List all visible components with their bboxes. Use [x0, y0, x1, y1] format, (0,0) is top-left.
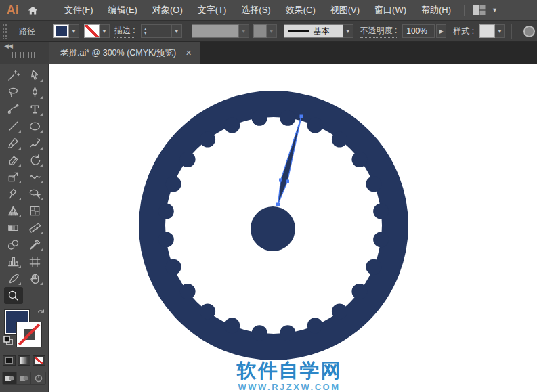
stroke-weight-dropdown[interactable]: ▼: [172, 24, 182, 38]
style-swatch[interactable]: [479, 24, 495, 38]
color-button[interactable]: [3, 355, 16, 366]
document-tab[interactable]: 老挝.ai* @ 300% (CMYK/预览) ✕: [49, 42, 200, 64]
gradient-button[interactable]: [18, 355, 30, 366]
menu-item-8[interactable]: 窗口(W): [367, 0, 414, 20]
color-mode-buttons: [3, 355, 45, 366]
clock-tick-bump: [332, 132, 347, 148]
gradient-tool[interactable]: [4, 219, 23, 236]
home-icon[interactable]: [27, 5, 39, 16]
magic-wand-tool[interactable]: [4, 67, 23, 84]
tool-grid: [4, 67, 45, 304]
clock-artwork[interactable]: [49, 64, 537, 392]
menu-item-6[interactable]: 效果(C): [278, 0, 323, 20]
rotate-tool[interactable]: [26, 152, 45, 169]
width-tool[interactable]: [26, 169, 45, 186]
clock-needle-path[interactable]: [278, 116, 302, 204]
menu-item-9[interactable]: 帮助(H): [414, 0, 458, 20]
brush-definition-field[interactable]: 基本: [284, 24, 343, 38]
clock-tick-bump: [158, 204, 174, 219]
stroke-color-dropdown[interactable]: ▼: [100, 24, 110, 38]
clock-tick-bump: [158, 232, 174, 247]
clock-tick-bump: [200, 303, 215, 319]
stroke-weight-label[interactable]: 描边 :: [114, 25, 135, 38]
clock-tick-bump: [200, 132, 215, 148]
control-bar: 路径 ▼ ▼ 描边 : ▲▼ ▼ ▼ ▼ 基本 ▼ 不透明度 : 100% ▶ …: [0, 20, 537, 42]
perspective-grid-tool[interactable]: [4, 202, 23, 219]
workspace-switcher-button[interactable]: ▼: [473, 5, 498, 16]
panel-grip[interactable]: [2, 24, 8, 39]
width-profile-preview: [192, 24, 239, 38]
default-fill-stroke-icon[interactable]: [3, 336, 14, 349]
clock-hub[interactable]: [251, 206, 295, 251]
mesh-tool[interactable]: [26, 202, 45, 219]
lasso-tool[interactable]: [4, 84, 23, 101]
menu-item-7[interactable]: 视图(V): [323, 0, 367, 20]
clock-tick-bump: [280, 325, 295, 341]
artboard-canvas[interactable]: 软件自学网 WWW.RJZXW.COM: [49, 64, 537, 392]
toolbar-grip[interactable]: [12, 52, 38, 58]
brush-name: 基本: [314, 26, 330, 37]
menu-bar: Ai 文件(F)编辑(E)对象(O)文字(T)选择(S)效果(C)视图(V)窗口…: [0, 0, 537, 20]
menu-item-2[interactable]: 编辑(E): [101, 0, 145, 20]
paintbrush-tool[interactable]: [4, 135, 23, 152]
puppet-warp-tool[interactable]: [4, 186, 23, 202]
close-tab-icon[interactable]: ✕: [186, 49, 192, 58]
stroke-color-swatch-none[interactable]: [84, 24, 100, 38]
measure-tool[interactable]: [26, 219, 45, 236]
opacity-expand-button[interactable]: ▶: [436, 24, 446, 38]
none-button[interactable]: [33, 355, 45, 366]
line-tool[interactable]: [4, 118, 23, 135]
stroke-well[interactable]: [17, 322, 41, 347]
curvature-tool[interactable]: [4, 101, 23, 118]
draw-inside-button[interactable]: [31, 372, 45, 384]
clock-tick-bump: [373, 232, 389, 247]
chevron-down-icon: ▼: [492, 7, 498, 14]
menu-item-3[interactable]: 对象(O): [145, 0, 190, 20]
anchor-point[interactable]: [279, 179, 282, 182]
menu-separator: [51, 5, 51, 16]
workspace-switcher-icon: [473, 5, 486, 16]
ellipse-tool[interactable]: [26, 118, 45, 135]
blend-tool[interactable]: [4, 236, 23, 253]
hand-tool[interactable]: [26, 270, 45, 287]
eraser-tool[interactable]: [4, 152, 23, 169]
brush-definition-dropdown[interactable]: ▼: [343, 24, 353, 38]
zoom-tool[interactable]: [4, 287, 23, 304]
fill-color-dropdown[interactable]: ▼: [69, 24, 79, 38]
stroke-weight-value[interactable]: [150, 24, 172, 38]
menu-item-5[interactable]: 选择(S): [234, 0, 278, 20]
document-tab-title: 老挝.ai* @ 300% (CMYK/预览): [60, 47, 176, 59]
anchor-point[interactable]: [286, 180, 289, 183]
graph-tool[interactable]: [4, 253, 23, 270]
control-panel-menu-icon[interactable]: [523, 26, 535, 37]
opacity-input[interactable]: 100%: [402, 24, 435, 38]
collapse-panel-icon[interactable]: ◀◀: [4, 43, 12, 49]
brush-swatch-dropdown: ▼: [267, 24, 277, 38]
anchor-point[interactable]: [300, 115, 303, 118]
type-tool[interactable]: [26, 101, 45, 118]
anchor-point[interactable]: [276, 203, 280, 206]
draw-normal-button[interactable]: [3, 372, 17, 384]
fill-color-swatch[interactable]: [53, 24, 69, 38]
style-dropdown[interactable]: ▼: [495, 24, 505, 38]
menu-item-4[interactable]: 文字(T): [190, 0, 234, 20]
toolbar-header: ◀◀: [0, 42, 49, 64]
watermark-url: WWW.RJZXW.COM: [237, 383, 342, 391]
direct-selection-tool[interactable]: [26, 67, 45, 84]
stroke-weight-stepper[interactable]: ▲▼: [141, 24, 150, 38]
live-paint-selection-tool[interactable]: [26, 186, 45, 202]
opacity-label[interactable]: 不透明度 :: [360, 25, 398, 38]
clock-tick-bump: [351, 152, 367, 167]
swap-fill-stroke-icon[interactable]: [37, 308, 45, 320]
drawing-mode-buttons: [2, 372, 46, 385]
menu-item-1[interactable]: 文件(F): [57, 0, 101, 20]
eyedropper-tool[interactable]: [26, 236, 45, 253]
artboard-tool[interactable]: [26, 253, 45, 270]
fill-stroke-wells: [3, 308, 45, 350]
draw-behind-button[interactable]: [17, 372, 31, 384]
selection-type-label: 路径: [19, 26, 35, 37]
knife-tool[interactable]: [4, 270, 23, 287]
scale-tool[interactable]: [4, 169, 23, 186]
pen-tool[interactable]: [26, 84, 45, 101]
shaper-tool[interactable]: [26, 135, 45, 152]
